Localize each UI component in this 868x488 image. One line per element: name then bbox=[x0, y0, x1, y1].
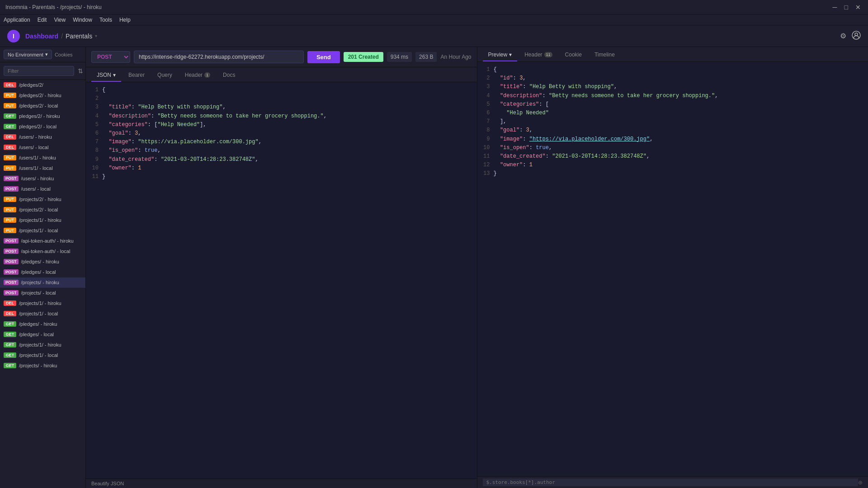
sidebar-item[interactable]: DEL/users/ - local bbox=[0, 142, 85, 153]
app-logo: I bbox=[7, 30, 20, 42]
sidebar-sort-btn[interactable]: ⇅ bbox=[76, 66, 85, 75]
url-input[interactable] bbox=[134, 51, 304, 63]
code-line: 10 "owner": 1 bbox=[91, 164, 472, 173]
item-path: /pledges/ - hiroku bbox=[21, 259, 59, 264]
item-path: /projects/1/ - hiroku bbox=[19, 342, 61, 347]
item-path: pledges/2/ - hiroku bbox=[19, 113, 60, 119]
item-path: /pledges/ - local bbox=[21, 269, 56, 275]
menu-bar: Application Edit View Window Tools Help bbox=[0, 14, 868, 25]
resp-line: 10 "is_open": true, bbox=[483, 144, 863, 152]
item-path: /users/ - hiroku bbox=[21, 176, 54, 181]
response-tabs-bar: Preview ▾ Header 11 Cookie Timeline bbox=[477, 47, 868, 62]
tab-docs[interactable]: Docs bbox=[217, 69, 241, 82]
sidebar-item[interactable]: POST/projects/ - local bbox=[0, 288, 85, 298]
tab-query[interactable]: Query bbox=[152, 69, 178, 82]
method-badge: PUT bbox=[4, 155, 16, 160]
sidebar-item[interactable]: PUT/pledges/2/ - local bbox=[0, 101, 85, 111]
tab-timeline[interactable]: Timeline bbox=[589, 49, 620, 61]
sidebar-item[interactable]: PUT/projects/2/ - local bbox=[0, 205, 85, 215]
sidebar-item[interactable]: GET/projects/1/ - local bbox=[0, 350, 85, 361]
method-badge: GET bbox=[4, 113, 16, 119]
breadcrumb-separator: / bbox=[61, 33, 63, 40]
close-btn[interactable]: ✕ bbox=[854, 4, 863, 11]
tab-header[interactable]: Header 1 bbox=[179, 69, 216, 82]
resp-line: 2 "id": 3, bbox=[483, 74, 863, 83]
tab-json[interactable]: JSON ▾ bbox=[91, 69, 121, 82]
beautify-btn[interactable]: Beautify JSON bbox=[91, 481, 124, 486]
response-time-badge: 934 ms bbox=[387, 52, 412, 62]
sidebar-item[interactable]: GETpledges/2/ - hiroku bbox=[0, 111, 85, 122]
sidebar-item[interactable]: POST/projects/ - hiroku bbox=[0, 277, 85, 288]
tab-json-dropdown[interactable]: ▾ bbox=[113, 72, 116, 78]
menu-application[interactable]: Application bbox=[4, 17, 30, 23]
sidebar-item[interactable]: PUT/users/1/ - hiroku bbox=[0, 153, 85, 163]
sidebar-item[interactable]: DEL/projects/1/ - hiroku bbox=[0, 298, 85, 309]
sidebar-item[interactable]: GETpledges/2/ - local bbox=[0, 122, 85, 132]
resp-line: 1{ bbox=[483, 66, 863, 74]
tab-response-header[interactable]: Header 11 bbox=[519, 49, 557, 61]
request-tabs-bar: JSON ▾ Bearer Query Header 1 Docs bbox=[86, 67, 477, 82]
menu-help[interactable]: Help bbox=[119, 17, 131, 23]
preview-dropdown-icon[interactable]: ▾ bbox=[509, 52, 512, 58]
minimize-btn[interactable]: ─ bbox=[831, 4, 839, 11]
send-button[interactable]: Send bbox=[307, 51, 340, 63]
method-badge: POST bbox=[4, 176, 19, 181]
filter-input[interactable] bbox=[4, 66, 74, 76]
item-path: /pledges/ - hiroku bbox=[19, 321, 57, 327]
resp-line: 5 "categories": [ bbox=[483, 100, 863, 109]
method-badge: DEL bbox=[4, 145, 16, 150]
sidebar-item[interactable]: POST/api-token-auth/ - hiroku bbox=[0, 236, 85, 246]
sidebar-item[interactable]: POST/api-token-auth/ - local bbox=[0, 246, 85, 257]
menu-tools[interactable]: Tools bbox=[99, 17, 112, 23]
item-path: pledges/2/ - local bbox=[19, 124, 57, 129]
window-controls[interactable]: ─ □ ✕ bbox=[831, 4, 863, 11]
dashboard-link[interactable]: Dashboard bbox=[25, 33, 58, 40]
code-line: 7 "image": "https://via.placeholder.com/… bbox=[91, 138, 472, 146]
sidebar-item[interactable]: GET/pledges/ - hiroku bbox=[0, 319, 85, 329]
sidebar-list: DEL/pledges/2/PUT/pledges/2/ - hirokuPUT… bbox=[0, 80, 85, 488]
sidebar-item[interactable]: POST/users/ - hiroku bbox=[0, 174, 85, 184]
sidebar-item[interactable]: PUT/projects/1/ - hiroku bbox=[0, 215, 85, 225]
sidebar-item[interactable]: GET/projects/1/ - hiroku bbox=[0, 340, 85, 350]
maximize-btn[interactable]: □ bbox=[843, 4, 850, 11]
menu-edit[interactable]: Edit bbox=[38, 17, 47, 23]
menu-view[interactable]: View bbox=[54, 17, 66, 23]
settings-icon[interactable]: ⚙ bbox=[840, 32, 846, 40]
url-bar: POST GET PUT DELETE Send 201 Created 934… bbox=[86, 47, 477, 67]
resp-line: 3 "title": "Help Betty with shopping", bbox=[483, 83, 863, 91]
resp-line: 6 "Help Needed" bbox=[483, 109, 863, 117]
sidebar-item[interactable]: PUT/users/1/ - local bbox=[0, 163, 85, 174]
tab-cookie[interactable]: Cookie bbox=[560, 49, 587, 61]
top-bar-right: ⚙ bbox=[840, 31, 861, 42]
sidebar-item[interactable]: DEL/pledges/2/ bbox=[0, 80, 85, 90]
sidebar-item[interactable]: PUT/pledges/2/ - hiroku bbox=[0, 90, 85, 101]
sidebar-item[interactable]: POST/users/ - local bbox=[0, 184, 85, 194]
resp-line: 7 ], bbox=[483, 117, 863, 126]
menu-window[interactable]: Window bbox=[73, 17, 92, 23]
sidebar-item[interactable]: PUT/projects/1/ - local bbox=[0, 225, 85, 236]
tab-preview[interactable]: Preview ▾ bbox=[483, 49, 518, 61]
code-line: 5 "categories": ["Help Needed"], bbox=[91, 121, 472, 129]
cookies-btn[interactable]: Cookies bbox=[55, 52, 73, 57]
request-bottom-bar: Beautify JSON bbox=[86, 479, 477, 488]
method-badge: DEL bbox=[4, 300, 16, 306]
account-icon[interactable] bbox=[852, 31, 861, 42]
method-select[interactable]: POST GET PUT DELETE bbox=[91, 51, 130, 63]
method-badge: POST bbox=[4, 290, 19, 296]
sidebar-item[interactable]: POST/pledges/ - hiroku bbox=[0, 257, 85, 267]
sidebar-item[interactable]: PUT/projects/2/ - hiroku bbox=[0, 194, 85, 205]
sidebar-item[interactable]: GET/projects/ - hiroku bbox=[0, 361, 85, 371]
sidebar-item[interactable]: GET/pledges/ - local bbox=[0, 329, 85, 340]
item-path: /projects/1/ - local bbox=[19, 228, 58, 233]
workspace-name[interactable]: Parentals bbox=[66, 33, 92, 40]
workspace-dropdown-icon[interactable]: ▾ bbox=[95, 33, 97, 38]
resp-line: 9 "image": "https://via.placeholder.com/… bbox=[483, 135, 863, 144]
method-badge: GET bbox=[4, 124, 16, 129]
env-selector[interactable]: No Environment ▾ bbox=[4, 50, 52, 59]
sidebar-item[interactable]: POST/pledges/ - local bbox=[0, 267, 85, 277]
query-bar-input[interactable] bbox=[483, 479, 859, 486]
tab-bearer[interactable]: Bearer bbox=[123, 69, 150, 82]
sidebar-item[interactable]: DEL/users/ - hiroku bbox=[0, 132, 85, 142]
sidebar-item[interactable]: DEL/projects/1/ - local bbox=[0, 309, 85, 319]
request-body-editor[interactable]: 1{ 2 3 "title": "Help Betty with shoppin… bbox=[86, 82, 477, 479]
